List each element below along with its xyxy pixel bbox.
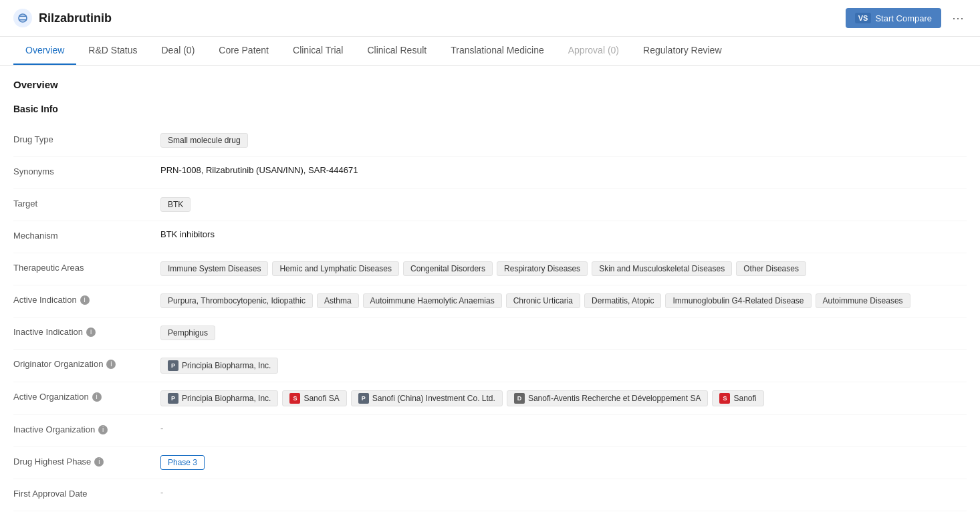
- org-tag-active_org-0[interactable]: PPrincipia Biopharma, Inc.: [160, 390, 278, 406]
- value-drug_highest_phase: Phase 3: [160, 455, 967, 470]
- org-tag-active_org-2[interactable]: PSanofi (China) Investment Co. Ltd.: [351, 390, 503, 406]
- info-row-active_indication: Active IndicationiPurpura, Thrombocytope…: [13, 285, 967, 317]
- info-row-synonyms: SynonymsPRN-1008, Rilzabrutinib (USAN/IN…: [13, 157, 967, 189]
- label-active_indication: Active Indicationi: [13, 293, 160, 305]
- info-icon-originator_org[interactable]: i: [106, 360, 116, 369]
- value-active_org: PPrincipia Biopharma, Inc.SSanofi SAPSan…: [160, 390, 967, 406]
- tab-clinical_result[interactable]: Clinical Result: [355, 37, 439, 65]
- value-synonyms: PRN-1008, Rilzabrutinib (USAN/INN), SAR-…: [160, 165, 967, 175]
- label-target: Target: [13, 197, 160, 209]
- tab-rd_status[interactable]: R&D Status: [76, 37, 149, 65]
- tag-active_indication-3[interactable]: Chronic Urticaria: [506, 293, 580, 308]
- value-therapeutic_areas: Immune System DiseasesHemic and Lymphati…: [160, 261, 967, 276]
- org-tag-active_org-4[interactable]: SSanofi: [712, 390, 763, 406]
- start-compare-label: Start Compare: [875, 13, 932, 23]
- org-name-0: Principia Biopharma, Inc.: [182, 394, 271, 403]
- content-area: Overview Basic Info Drug TypeSmall molec…: [0, 66, 980, 514]
- tag-active_indication-6[interactable]: Autoimmune Diseases: [816, 293, 910, 308]
- subsection-title: Basic Info: [13, 104, 967, 114]
- label-first_approval_date: First Approval Date: [13, 487, 160, 499]
- dash-first_approval_date: -: [160, 487, 163, 497]
- label-inactive_indication: Inactive Indicationi: [13, 326, 160, 337]
- tab-core_patent[interactable]: Core Patent: [207, 37, 281, 65]
- section-title: Overview: [13, 79, 967, 90]
- value-target: BTK: [160, 197, 967, 212]
- nav-tabs: OverviewR&D StatusDeal (0)Core PatentCli…: [0, 37, 980, 66]
- tag-inactive_indication-0[interactable]: Pemphigus: [160, 326, 215, 340]
- value-mechanism: BTK inhibitors: [160, 229, 967, 239]
- tag-therapeutic_areas-5[interactable]: Other Diseases: [736, 261, 806, 276]
- label-originator_org: Originator Organizationi: [13, 358, 160, 369]
- tab-deal[interactable]: Deal (0): [150, 37, 207, 65]
- info-icon-active_org[interactable]: i: [92, 392, 102, 402]
- label-therapeutic_areas: Therapeutic Areas: [13, 261, 160, 273]
- tag-active_indication-1[interactable]: Asthma: [317, 293, 359, 308]
- start-compare-button[interactable]: VS Start Compare: [846, 8, 941, 28]
- info-icon-drug_highest_phase[interactable]: i: [94, 457, 104, 467]
- info-icon-inactive_org[interactable]: i: [98, 425, 108, 434]
- info-row-active_org: Active OrganizationiPPrincipia Biopharma…: [13, 382, 967, 415]
- tag-target-0[interactable]: BTK: [160, 197, 191, 212]
- info-row-inactive_indication: Inactive IndicationiPemphigus: [13, 317, 967, 350]
- org-name-2: Sanofi (China) Investment Co. Ltd.: [372, 394, 495, 403]
- info-row-drug_type: Drug TypeSmall molecule drug: [13, 125, 967, 157]
- drug-icon: [13, 9, 32, 27]
- header-right: VS Start Compare ⋯: [846, 8, 967, 28]
- org-name-3: Sanofi-Aventis Recherche et Développemen…: [528, 394, 701, 403]
- tag-therapeutic_areas-2[interactable]: Congenital Disorders: [403, 261, 493, 276]
- tab-approval: Approval (0): [556, 37, 631, 65]
- org-name-1: Sanofi SA: [303, 394, 339, 403]
- value-inactive_org: -: [160, 423, 967, 433]
- tab-overview[interactable]: Overview: [13, 37, 76, 65]
- org-logo-4: S: [719, 393, 730, 404]
- info-icon-active_indication[interactable]: i: [80, 295, 90, 305]
- value-first_approval_date: -: [160, 487, 967, 497]
- org-name-4: Sanofi: [733, 394, 756, 403]
- org-logo-1: S: [289, 393, 300, 404]
- tag-active_indication-0[interactable]: Purpura, Thrombocytopenic, Idiopathic: [160, 293, 313, 308]
- tag-active_indication-2[interactable]: Autoimmune Haemolytic Anaemias: [363, 293, 502, 308]
- tag-therapeutic_areas-1[interactable]: Hemic and Lymphatic Diseases: [272, 261, 399, 276]
- tag-active_indication-5[interactable]: Immunoglobulin G4-Related Disease: [665, 293, 811, 308]
- compare-icon: VS: [855, 13, 872, 23]
- value-inactive_indication: Pemphigus: [160, 326, 967, 340]
- text-value-synonyms: PRN-1008, Rilzabrutinib (USAN/INN), SAR-…: [160, 165, 358, 175]
- drug-title: Rilzabrutinib: [39, 11, 112, 25]
- value-drug_type: Small molecule drug: [160, 133, 967, 148]
- dash-inactive_org: -: [160, 423, 163, 433]
- text-value-mechanism: BTK inhibitors: [160, 229, 215, 239]
- info-row-therapeutic_areas: Therapeutic AreasImmune System DiseasesH…: [13, 253, 967, 285]
- label-inactive_org: Inactive Organizationi: [13, 423, 160, 434]
- header-left: Rilzabrutinib: [13, 9, 112, 27]
- tag-therapeutic_areas-4[interactable]: Skin and Musculoskeletal Diseases: [592, 261, 732, 276]
- value-originator_org: PPrincipia Biopharma, Inc.: [160, 358, 967, 374]
- label-drug_type: Drug Type: [13, 133, 160, 144]
- org-logo-2: P: [358, 393, 369, 404]
- tab-clinical_trial[interactable]: Clinical Trial: [281, 37, 355, 65]
- tag-therapeutic_areas-0[interactable]: Immune System Diseases: [160, 261, 268, 276]
- org-tag-active_org-1[interactable]: SSanofi SA: [282, 390, 346, 406]
- more-options-icon[interactable]: ⋯: [949, 8, 967, 28]
- org-name-0: Principia Biopharma, Inc.: [182, 361, 271, 370]
- tag-active_indication-4[interactable]: Dermatitis, Atopic: [584, 293, 661, 308]
- org-logo-0: P: [168, 360, 178, 371]
- tab-translational_medicine[interactable]: Translational Medicine: [439, 37, 556, 65]
- info-row-originator_org: Originator OrganizationiPPrincipia Bioph…: [13, 350, 967, 382]
- tag-drug_type-0[interactable]: Small molecule drug: [160, 133, 248, 148]
- header: Rilzabrutinib VS Start Compare ⋯: [0, 0, 980, 37]
- label-active_org: Active Organizationi: [13, 390, 160, 402]
- org-logo-3: D: [514, 393, 525, 404]
- info-icon-inactive_indication[interactable]: i: [86, 328, 96, 337]
- org-tag-originator_org-0[interactable]: PPrincipia Biopharma, Inc.: [160, 358, 278, 374]
- org-tag-active_org-3[interactable]: DSanofi-Aventis Recherche et Développeme…: [507, 390, 709, 406]
- info-rows: Drug TypeSmall molecule drugSynonymsPRN-…: [13, 125, 967, 511]
- label-mechanism: Mechanism: [13, 229, 160, 241]
- info-row-drug_highest_phase: Drug Highest PhaseiPhase 3: [13, 447, 967, 479]
- label-drug_highest_phase: Drug Highest Phasei: [13, 455, 160, 467]
- org-logo-0: P: [168, 393, 178, 404]
- tag-therapeutic_areas-3[interactable]: Respiratory Diseases: [497, 261, 588, 276]
- tab-regulatory_review[interactable]: Regulatory Review: [631, 37, 734, 65]
- svg-point-0: [19, 14, 27, 22]
- value-active_indication: Purpura, Thrombocytopenic, IdiopathicAst…: [160, 293, 967, 308]
- info-row-inactive_org: Inactive Organizationi-: [13, 415, 967, 447]
